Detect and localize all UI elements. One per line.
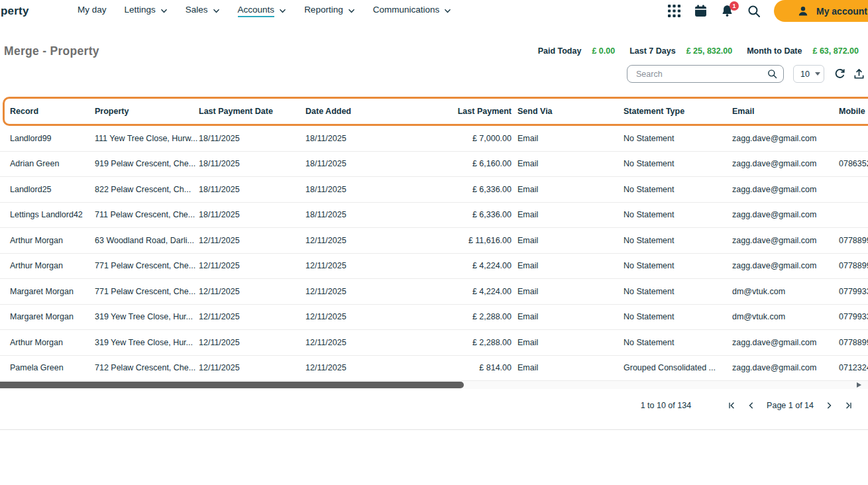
refresh-icon[interactable] bbox=[834, 68, 845, 80]
cell-date-added: 18/11/2025 bbox=[305, 134, 424, 143]
main-nav: My day Lettings Sales Accounts Reporting… bbox=[78, 0, 451, 22]
stat-value: £ 0.00 bbox=[592, 46, 615, 56]
next-page-icon[interactable] bbox=[822, 399, 836, 412]
cell-last-payment: £ 6,336.00 bbox=[424, 185, 512, 194]
cell-record: Arthur Morgan bbox=[0, 338, 95, 347]
table-row[interactable]: Margaret Morgan 319 Yew Tree Close, Hur.… bbox=[0, 305, 868, 331]
header-email[interactable]: Email bbox=[732, 107, 836, 116]
header-property[interactable]: Property bbox=[95, 107, 199, 116]
cell-record: Margaret Morgan bbox=[0, 287, 95, 296]
cell-last-payment-date: 12/11/2025 bbox=[199, 338, 305, 347]
cell-record: Pamela Green bbox=[0, 363, 95, 372]
table-row[interactable]: Arthur Morgan 771 Pelaw Crescent, Che...… bbox=[0, 254, 868, 280]
page-title: Merge - Property bbox=[4, 44, 99, 58]
first-page-icon[interactable] bbox=[725, 399, 738, 412]
header-date-added[interactable]: Date Added bbox=[305, 107, 424, 116]
cell-property: 111 Yew Tree Close, Hurw... bbox=[95, 134, 199, 143]
app-logo: perty bbox=[1, 5, 29, 18]
nav-label: My day bbox=[78, 5, 107, 17]
apps-icon[interactable] bbox=[668, 5, 681, 18]
export-icon[interactable] bbox=[853, 68, 865, 80]
scrollbar-thumb[interactable] bbox=[0, 382, 464, 388]
cell-last-payment-date: 12/11/2025 bbox=[199, 261, 305, 270]
nav-item-accounts[interactable]: Accounts bbox=[238, 5, 287, 17]
nav-item-lettings[interactable]: Lettings bbox=[125, 5, 168, 17]
cell-last-payment: £ 4,224.00 bbox=[424, 261, 512, 270]
cell-last-payment-date: 12/11/2025 bbox=[199, 236, 305, 245]
stat-month-to-date: Month to Date £ 63, 872.00 bbox=[747, 46, 859, 56]
table-row[interactable]: Lettings Landlord42 711 Pelaw Crescent, … bbox=[0, 203, 868, 229]
search-input[interactable] bbox=[635, 69, 767, 80]
pagination-range: 1 to 10 of 134 bbox=[641, 401, 691, 410]
prev-page-icon[interactable] bbox=[745, 399, 758, 412]
table-row[interactable]: Arthur Morgan 63 Woodland Road, Darli...… bbox=[0, 228, 868, 254]
pagination-bar: 1 to 10 of 134 Page 1 of 14 bbox=[0, 397, 868, 414]
bottom-divider bbox=[0, 429, 868, 430]
cell-date-added: 12/11/2025 bbox=[305, 312, 424, 321]
chevron-down-icon bbox=[815, 72, 820, 76]
scroll-right-icon[interactable] bbox=[857, 382, 861, 388]
cell-date-added: 18/11/2025 bbox=[305, 210, 424, 219]
cell-email: zagg.dave@gmail.com bbox=[732, 134, 836, 143]
table-row[interactable]: Landlord99 111 Yew Tree Close, Hurw... 1… bbox=[0, 126, 868, 152]
cell-last-payment-date: 12/11/2025 bbox=[199, 363, 305, 372]
cell-mobile: 0778899 bbox=[836, 338, 868, 347]
topbar-icons: 1 bbox=[668, 0, 761, 22]
cell-last-payment: £ 6,336.00 bbox=[424, 210, 512, 219]
cell-send-via: Email bbox=[512, 134, 624, 143]
cell-last-payment: £ 2,288.00 bbox=[424, 312, 512, 321]
horizontal-scrollbar[interactable] bbox=[0, 381, 868, 389]
table-row[interactable]: Adrian Green 919 Pelaw Crescent, Che... … bbox=[0, 152, 868, 178]
nav-label: Accounts bbox=[238, 5, 275, 17]
cell-last-payment: £ 2,288.00 bbox=[424, 338, 512, 347]
last-page-icon[interactable] bbox=[842, 399, 855, 412]
nav-label: Communications bbox=[373, 5, 440, 17]
cell-statement-type: No Statement bbox=[624, 338, 732, 347]
nav-item-sales[interactable]: Sales bbox=[186, 5, 220, 17]
stat-label: Paid Today bbox=[538, 46, 582, 56]
stat-label: Month to Date bbox=[747, 46, 802, 56]
chevron-down-icon bbox=[444, 9, 451, 13]
header-last-payment[interactable]: Last Payment bbox=[424, 107, 512, 116]
header-mobile[interactable]: Mobile bbox=[836, 107, 868, 116]
nav-item-reporting[interactable]: Reporting bbox=[304, 5, 355, 17]
cell-send-via: Email bbox=[512, 236, 624, 245]
cell-last-payment: £ 4,224.00 bbox=[424, 287, 512, 296]
top-navigation-bar: perty My day Lettings Sales Accounts Rep… bbox=[0, 0, 868, 24]
calendar-icon[interactable] bbox=[694, 5, 708, 18]
search-icon[interactable] bbox=[747, 5, 761, 18]
search-icon[interactable] bbox=[767, 69, 777, 79]
nav-item-communications[interactable]: Communications bbox=[373, 5, 452, 17]
chevron-down-icon bbox=[160, 9, 168, 13]
page-size-select[interactable]: 10 bbox=[793, 65, 824, 83]
table-row[interactable]: Landlord25 822 Pelaw Crescent, Ch... 18/… bbox=[0, 177, 868, 203]
cell-mobile: 0778899 bbox=[836, 261, 868, 270]
table-controls: 10 bbox=[627, 65, 868, 83]
cell-mobile: 0778899 bbox=[836, 236, 868, 245]
cell-date-added: 12/11/2025 bbox=[305, 287, 424, 296]
cell-statement-type: No Statement bbox=[624, 261, 732, 270]
cell-statement-type: No Statement bbox=[624, 159, 732, 168]
nav-item-my-day[interactable]: My day bbox=[78, 5, 107, 17]
header-last-payment-date[interactable]: Last Payment Date bbox=[199, 107, 305, 116]
table-row[interactable]: Pamela Green 712 Pelaw Crescent, Che... … bbox=[0, 356, 868, 382]
cell-property: 711 Pelaw Crescent, Che... bbox=[95, 210, 199, 219]
header-record[interactable]: Record bbox=[0, 107, 95, 116]
table-row[interactable]: Margaret Morgan 771 Pelaw Crescent, Che.… bbox=[0, 279, 868, 305]
my-account-button[interactable]: My account bbox=[774, 0, 868, 22]
cell-statement-type: Grouped Consolidated ... bbox=[624, 363, 732, 372]
cell-email: zagg.dave@gmail.com bbox=[732, 210, 836, 219]
cell-last-payment-date: 12/11/2025 bbox=[199, 312, 305, 321]
cell-date-added: 18/11/2025 bbox=[305, 159, 424, 168]
table-row[interactable]: Arthur Morgan 319 Yew Tree Close, Hur...… bbox=[0, 330, 868, 356]
cell-record: Margaret Morgan bbox=[0, 312, 95, 321]
account-icon bbox=[797, 5, 809, 17]
cell-last-payment: £ 7,000.00 bbox=[424, 134, 512, 143]
stat-label: Last 7 Days bbox=[629, 46, 675, 56]
cell-last-payment: £ 11,616.00 bbox=[424, 236, 512, 245]
cell-date-added: 18/11/2025 bbox=[305, 185, 424, 194]
cell-send-via: Email bbox=[512, 312, 624, 321]
header-statement-type[interactable]: Statement Type bbox=[624, 107, 732, 116]
header-send-via[interactable]: Send Via bbox=[512, 107, 624, 116]
notifications-icon[interactable]: 1 bbox=[721, 5, 734, 18]
